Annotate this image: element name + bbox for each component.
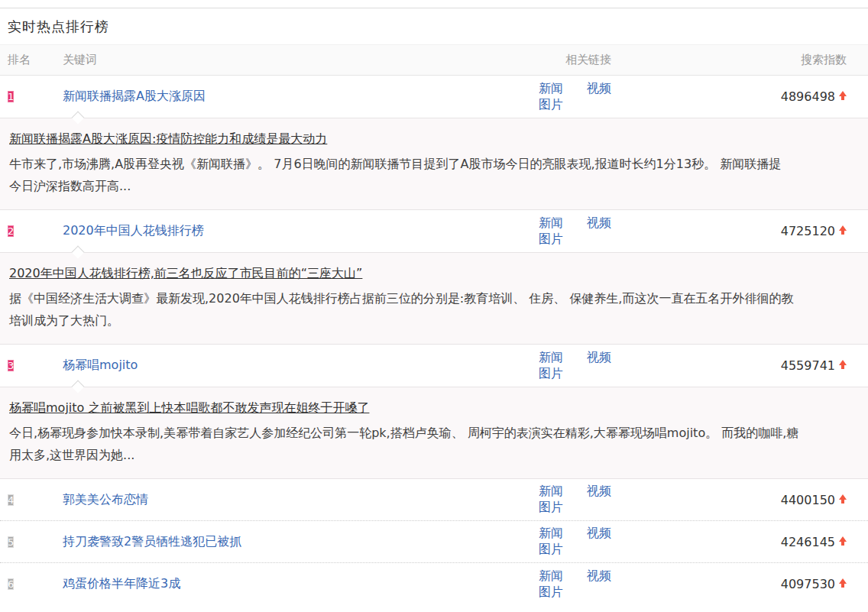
image-link[interactable]: 图片 (539, 584, 563, 601)
video-link[interactable]: 视频 (587, 484, 611, 500)
detail-title-link[interactable]: 杨幂唱mojito 之前被黑到上快本唱歌都不敢发声现在姐终于开嗓了 (9, 399, 369, 417)
hot-item-detail: 新闻联播揭露A股大涨原因:疫情防控能力和成绩是最大动力 牛市来了,市场沸腾,A股… (0, 118, 868, 210)
rank-badge: 4 (8, 494, 14, 506)
search-index-value: 4097530 (781, 577, 835, 591)
video-link[interactable]: 视频 (587, 568, 611, 584)
news-link[interactable]: 新闻 (539, 526, 563, 542)
hot-item-detail: 杨幂唱mojito 之前被黑到上快本唱歌都不敢发声现在姐终于开嗓了 今日,杨幂现… (0, 387, 868, 479)
up-arrow-icon (839, 225, 847, 235)
rank-badge: 5 (8, 536, 14, 548)
detail-title-link[interactable]: 新闻联播揭露A股大涨原因:疫情防控能力和成绩是最大动力 (9, 130, 327, 148)
keyword-link[interactable]: 鸡蛋价格半年降近3成 (63, 576, 180, 591)
search-index-value: 4400150 (781, 493, 835, 507)
rank-badge: 2 (8, 225, 14, 237)
column-header-keyword: 关键词 (63, 53, 539, 67)
table-row: 6 鸡蛋价格半年降近3成 新闻 视频 图片 4097530 (0, 563, 868, 605)
table-row: 2 2020年中国人花钱排行榜 新闻 视频 图片 4725120 (0, 210, 868, 252)
search-index-value: 4896498 (781, 89, 835, 104)
keyword-link[interactable]: 新闻联播揭露A股大涨原因 (63, 89, 206, 103)
news-link[interactable]: 新闻 (539, 568, 563, 584)
page-title: 实时热点排行榜 (8, 18, 109, 36)
panel-header: 实时热点排行榜 (0, 8, 868, 44)
video-link[interactable]: 视频 (587, 81, 611, 97)
search-index-value: 4246145 (781, 535, 835, 549)
keyword-link[interactable]: 杨幂唱mojito (63, 358, 138, 372)
table-row: 3 杨幂唱mojito 新闻 视频 图片 4559741 (0, 345, 868, 387)
up-arrow-icon (839, 578, 847, 588)
rank-badge: 1 (8, 91, 14, 102)
keyword-link[interactable]: 持刀袭警致2警员牺牲逃犯已被抓 (63, 534, 241, 549)
video-link[interactable]: 视频 (587, 350, 611, 366)
news-link[interactable]: 新闻 (539, 215, 563, 232)
news-link[interactable]: 新闻 (539, 350, 563, 366)
detail-body-line: 今日,杨幂现身参加快本录制,美幂带着自家艺人参加经纪公司第一轮pk,搭档卢奂瑜、… (9, 422, 868, 444)
image-link[interactable]: 图片 (539, 366, 563, 382)
table-header-row: 排名 关键词 相关链接 搜索指数 (0, 44, 868, 76)
keyword-link[interactable]: 2020年中国人花钱排行榜 (63, 223, 204, 238)
detail-body-line: 据《中国经济生活大调查》最新发现,2020年中国人花钱排行榜占据前三位的分别是:… (9, 287, 868, 309)
image-link[interactable]: 图片 (539, 97, 563, 113)
hot-item-detail: 2020年中国人花钱排行榜,前三名也反应了市民目前的“三座大山” 据《中国经济生… (0, 252, 868, 345)
up-arrow-icon (839, 536, 847, 546)
table-row: 1 新闻联播揭露A股大涨原因 新闻 视频 图片 4896498 (0, 76, 868, 118)
video-link[interactable]: 视频 (587, 526, 611, 542)
rank-badge: 6 (8, 578, 14, 590)
news-link[interactable]: 新闻 (539, 484, 563, 500)
table-row: 5 持刀袭警致2警员牺牲逃犯已被抓 新闻 视频 图片 4246145 (0, 521, 868, 563)
image-link[interactable]: 图片 (539, 232, 563, 248)
video-link[interactable]: 视频 (587, 215, 611, 232)
detail-body-line: 今日沪深指数高开高... (9, 175, 868, 197)
up-arrow-icon (839, 494, 847, 504)
detail-body-line: 牛市来了,市场沸腾,A股再登央视《新闻联播》。 7月6日晚间的新闻联播节目提到了… (9, 153, 868, 175)
column-header-links: 相关链接 (539, 53, 665, 67)
keyword-link[interactable]: 郭美美公布恋情 (63, 492, 148, 507)
table-row: 4 郭美美公布恋情 新闻 视频 图片 4400150 (0, 479, 868, 521)
news-link[interactable]: 新闻 (539, 81, 563, 97)
detail-body-line: 培训成为了大热门。 (9, 309, 868, 332)
image-link[interactable]: 图片 (539, 500, 563, 516)
up-arrow-icon (839, 91, 847, 101)
column-header-index: 搜索指数 (665, 53, 847, 67)
detail-body-line: 用太多,这世界因为她... (9, 444, 868, 466)
up-arrow-icon (839, 360, 847, 370)
search-index-value: 4725120 (781, 224, 835, 238)
column-header-rank: 排名 (0, 53, 63, 67)
detail-title-link[interactable]: 2020年中国人花钱排行榜,前三名也反应了市民目前的“三座大山” (9, 264, 362, 283)
rank-badge: 3 (8, 360, 14, 371)
image-link[interactable]: 图片 (539, 542, 563, 558)
hot-list-panel: 实时热点排行榜 排名 关键词 相关链接 搜索指数 1 新闻联播揭露A股大涨原因 … (0, 8, 868, 605)
search-index-value: 4559741 (781, 358, 835, 373)
